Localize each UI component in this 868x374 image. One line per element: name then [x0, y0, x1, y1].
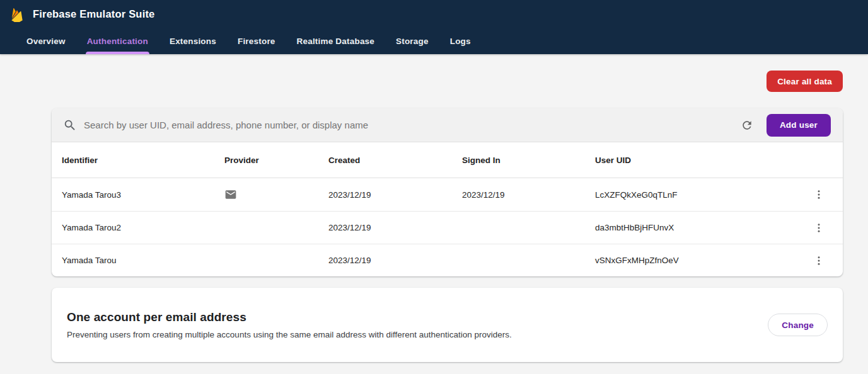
user-uid: vSNxGFxMHpZfnOeV [595, 256, 804, 265]
column-header-user-uid: User UID [595, 156, 804, 165]
user-signed-in: 2023/12/19 [462, 190, 595, 200]
column-header-provider: Provider [224, 156, 328, 165]
search-icon [63, 118, 77, 132]
table-row: Yamada Tarou2 2023/12/19 da3mbtHbBjHFUnv… [52, 211, 843, 244]
table-row: Yamada Tarou 2023/12/19 vSNxGFxMHpZfnOeV [52, 244, 843, 276]
page-toolbar: Clear all data [0, 54, 868, 92]
settings-card-description: Preventing users from creating multiple … [67, 330, 768, 339]
users-panel: Add user Identifier Provider Created Sig… [52, 108, 843, 276]
user-uid: LcXZFQkXeG0qTLnF [595, 190, 804, 200]
row-overflow-menu-button[interactable] [808, 184, 830, 205]
one-account-per-email-card: One account per email address Preventing… [52, 288, 843, 362]
app-header: Firebase Emulator Suite Overview Authent… [0, 0, 868, 54]
refresh-button[interactable] [736, 115, 758, 136]
clear-all-data-button[interactable]: Clear all data [767, 71, 843, 92]
tab-firestore[interactable]: Firestore [238, 28, 275, 54]
kebab-menu-icon [813, 255, 825, 266]
tab-realtime-database[interactable]: Realtime Database [297, 28, 374, 54]
search-bar: Add user [52, 108, 843, 142]
refresh-icon [741, 119, 753, 132]
kebab-menu-icon [813, 222, 825, 234]
kebab-menu-icon [813, 189, 825, 200]
app-title: Firebase Emulator Suite [33, 8, 155, 20]
tab-storage[interactable]: Storage [396, 28, 429, 54]
user-uid: da3mbtHbBjHFUnvX [595, 223, 804, 232]
tab-extensions[interactable]: Extensions [170, 28, 216, 54]
column-header-created: Created [328, 156, 462, 165]
tab-logs[interactable]: Logs [450, 28, 471, 54]
user-identifier: Yamada Tarou3 [62, 190, 224, 200]
settings-text: One account per email address Preventing… [67, 310, 768, 339]
users-table-header: Identifier Provider Created Signed In Us… [52, 142, 843, 178]
tab-authentication[interactable]: Authentication [87, 28, 148, 54]
user-identifier: Yamada Tarou [62, 256, 224, 265]
main-nav: Overview Authentication Extensions Fires… [0, 28, 868, 54]
add-user-button[interactable]: Add user [767, 114, 831, 137]
firebase-logo-icon [9, 7, 25, 22]
user-created: 2023/12/19 [328, 256, 462, 265]
table-row: Yamada Tarou3 2023/12/19 2023/12/19 LcXZ… [52, 178, 843, 211]
row-overflow-menu-button[interactable] [808, 217, 830, 239]
settings-card-title: One account per email address [67, 310, 768, 324]
title-bar: Firebase Emulator Suite [0, 0, 868, 28]
user-search-input[interactable] [84, 120, 736, 130]
row-overflow-menu-button[interactable] [808, 250, 830, 271]
tab-overview[interactable]: Overview [26, 28, 66, 54]
email-provider-icon [224, 188, 237, 201]
user-created: 2023/12/19 [328, 223, 462, 232]
column-header-identifier: Identifier [62, 156, 224, 165]
user-created: 2023/12/19 [328, 190, 462, 200]
user-provider-cell [224, 188, 328, 201]
user-identifier: Yamada Tarou2 [62, 223, 224, 232]
change-button[interactable]: Change [768, 314, 828, 336]
column-header-signed-in: Signed In [462, 156, 595, 165]
